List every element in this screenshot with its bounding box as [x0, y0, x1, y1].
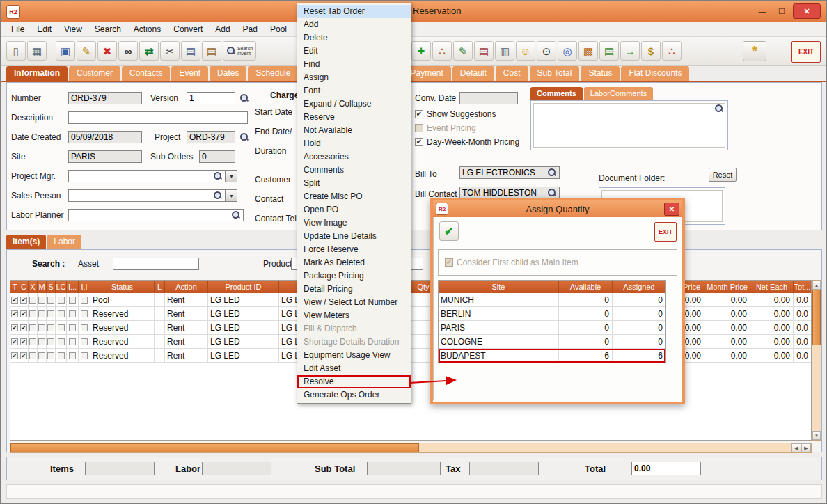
cube-button[interactable]: ▩ — [578, 41, 598, 61]
row-checkbox[interactable]: ✔ — [11, 310, 18, 317]
column-header[interactable]: S — [47, 281, 56, 293]
asset-search-input[interactable] — [113, 258, 199, 270]
labor-planner-lookup-icon[interactable] — [231, 210, 241, 220]
context-menu-item[interactable]: Not Available — [297, 124, 411, 137]
context-menu-item[interactable]: Assign — [297, 71, 411, 84]
row-checkbox[interactable]: ✔ — [20, 297, 27, 304]
vertical-scrollbar[interactable]: ▲ ▼ — [812, 280, 821, 441]
menu-item[interactable]: Search — [88, 22, 127, 37]
clock-button[interactable]: ⊙ — [537, 41, 556, 61]
context-menu-item[interactable]: Shortage Details Duration — [297, 336, 411, 349]
row-checkbox[interactable] — [69, 324, 76, 331]
context-menu-item[interactable]: View / Select Lot Number — [297, 296, 411, 309]
row-checkbox[interactable]: ✔ — [11, 297, 18, 304]
column-header[interactable]: Site — [439, 281, 559, 293]
add-button[interactable]: + — [411, 41, 431, 61]
tab[interactable]: Dates — [210, 66, 246, 81]
bill-contact-lookup-icon[interactable] — [547, 188, 557, 198]
save-button[interactable]: ▣ — [56, 41, 75, 61]
row-checkbox[interactable] — [47, 352, 54, 359]
scroll-up-button[interactable]: ▲ — [812, 281, 821, 290]
column-header[interactable]: Status — [90, 281, 155, 293]
copy-button[interactable]: ▤ — [181, 41, 200, 61]
row-checkbox[interactable]: ✔ — [20, 324, 27, 331]
context-menu-item[interactable]: Expand / Collapse — [297, 97, 411, 111]
spheres-button[interactable]: ∴ — [662, 41, 682, 61]
context-menu-item[interactable]: Reserve — [297, 111, 411, 124]
cut-button[interactable]: ✂ — [160, 41, 180, 61]
row-checkbox[interactable] — [38, 338, 45, 345]
tab[interactable]: Event — [171, 66, 208, 81]
column-header[interactable]: C — [19, 281, 29, 293]
date-created-field[interactable]: 05/09/2018 — [68, 131, 142, 143]
bill-to-lookup-icon[interactable] — [547, 168, 557, 178]
tab[interactable]: Status — [581, 66, 620, 81]
site-row[interactable]: PARIS 0 0 — [439, 321, 665, 335]
edit-button[interactable]: ✎ — [77, 41, 96, 61]
column-header[interactable]: M — [38, 281, 47, 293]
tab[interactable]: Item(s) — [6, 235, 46, 249]
tab[interactable]: Cost — [496, 66, 528, 81]
menu-item[interactable]: Add — [209, 22, 236, 37]
menu-item[interactable]: Convert — [167, 22, 209, 37]
horizontal-scrollbar[interactable]: ◀ ▶ — [10, 443, 812, 453]
labor-planner-field[interactable] — [68, 209, 244, 221]
column-header[interactable]: Action — [165, 281, 208, 293]
close-button[interactable]: ✕ — [793, 3, 821, 19]
maximize-button[interactable]: ☐ — [773, 4, 790, 18]
context-menu-item[interactable]: Equipment Usage View — [297, 349, 411, 362]
row-checkbox[interactable] — [69, 310, 76, 317]
row-checkbox[interactable] — [81, 338, 88, 345]
column-header[interactable]: Available — [559, 281, 613, 293]
convert-button[interactable]: ⇄ — [139, 41, 159, 61]
context-menu-item[interactable]: Open PO — [297, 203, 411, 216]
column-header[interactable]: L — [155, 281, 165, 293]
menu-item[interactable]: Pool — [264, 22, 293, 37]
menu-item[interactable]: Pad — [237, 22, 264, 37]
context-menu-item[interactable]: Edit — [297, 45, 411, 58]
bill-to-field[interactable]: LG ELECTRONICS — [459, 166, 560, 179]
row-checkbox[interactable]: ✔ — [20, 352, 27, 359]
confirm-button[interactable]: ✔ — [439, 221, 459, 241]
version-field[interactable]: 1 — [187, 92, 235, 104]
money-button[interactable]: $ — [641, 41, 661, 61]
day-week-month-pricing-checkbox[interactable]: ✔ Day-Week-Month Pricing — [415, 137, 519, 147]
row-checkbox[interactable] — [81, 297, 88, 304]
column-header[interactable]: Tot... — [794, 281, 811, 293]
row-checkbox[interactable] — [38, 297, 45, 304]
tab[interactable]: Flat Discounts — [621, 66, 689, 81]
column-header[interactable]: Month Price — [704, 281, 750, 293]
context-menu-item[interactable]: Detail Pricing — [297, 283, 411, 296]
column-header[interactable]: Product ID — [208, 281, 279, 293]
sales-person-field[interactable] — [68, 189, 226, 202]
notepad-button[interactable]: ▤ — [599, 41, 619, 61]
scroll-left-button[interactable]: ◀ — [791, 443, 801, 452]
menu-item[interactable]: Edit — [31, 22, 58, 37]
project-mgr-field[interactable] — [68, 170, 226, 182]
comments-textarea[interactable] — [533, 103, 725, 148]
menu-item[interactable]: File — [5, 22, 31, 37]
tab[interactable]: Default — [452, 66, 494, 81]
row-checkbox[interactable] — [29, 324, 36, 331]
row-checkbox[interactable] — [69, 352, 76, 359]
row-checkbox[interactable] — [47, 338, 54, 345]
vertical-scroll-thumb[interactable] — [812, 290, 821, 345]
column-header[interactable]: T — [10, 281, 19, 293]
toolbar-separator[interactable] — [48, 41, 54, 61]
context-menu-item[interactable]: View Meters — [297, 309, 411, 322]
context-menu-item[interactable]: Hold — [297, 137, 411, 150]
row-checkbox[interactable] — [47, 310, 54, 317]
scroll-right-button[interactable]: ▶ — [801, 443, 811, 452]
row-checkbox[interactable]: ✔ — [20, 338, 27, 345]
reset-button[interactable]: Reset — [709, 168, 737, 182]
project-mgr-lookup-icon[interactable] — [213, 171, 223, 181]
context-menu-item[interactable]: Generate Ops Order — [297, 388, 411, 402]
pool-button[interactable]: ∴ — [432, 41, 452, 61]
minimize-button[interactable]: — — [754, 4, 771, 18]
column-header[interactable]: Net Each — [750, 281, 794, 293]
context-menu-item[interactable]: Split — [297, 177, 411, 190]
row-checkbox[interactable] — [58, 310, 65, 317]
site-row[interactable]: BUDAPEST 6 6 — [439, 349, 665, 363]
row-checkbox[interactable] — [29, 352, 36, 359]
site-row[interactable]: MUNICH 0 0 — [439, 293, 665, 307]
